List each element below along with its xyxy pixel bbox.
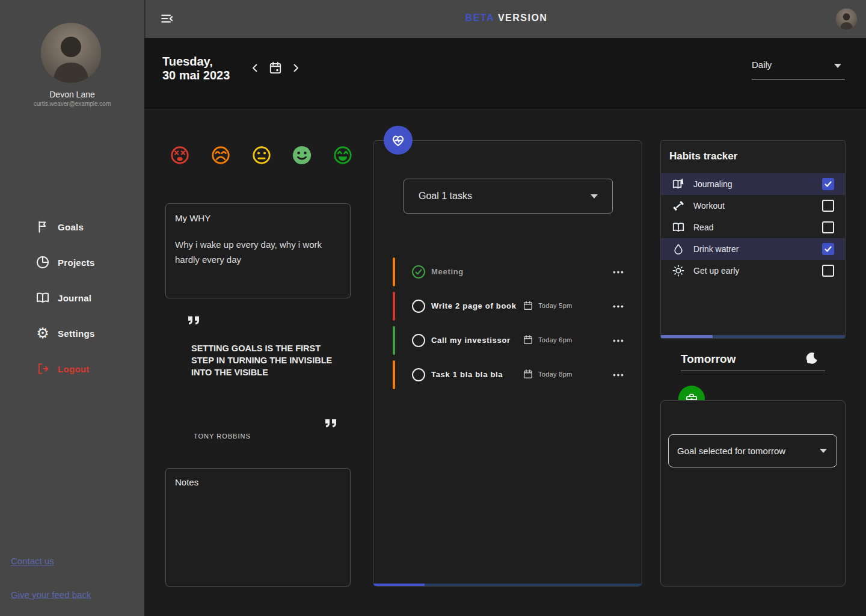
- mood-neutral-button[interactable]: [251, 145, 272, 165]
- calendar-icon: [523, 369, 533, 380]
- sidebar-item-journal[interactable]: Journal: [0, 285, 144, 311]
- date-value: 30 mai 2023: [162, 69, 230, 82]
- task-more-button[interactable]: [613, 301, 624, 310]
- check-icon: [824, 245, 832, 253]
- calendar-picker-button[interactable]: [268, 61, 283, 77]
- habit-row-drink-water[interactable]: Drink watrer: [661, 238, 845, 260]
- tomorrow-goal-select-value: Goal selected for tomorrow: [669, 446, 785, 456]
- sidebar-item-label: Projects: [58, 257, 95, 268]
- sidebar-item-settings[interactable]: ⚙ Settings: [0, 320, 144, 346]
- task-more-button[interactable]: [613, 266, 624, 276]
- habit-row-journaling[interactable]: Journaling: [661, 173, 845, 195]
- task-priority-rail: [393, 257, 395, 286]
- task-label: Write 2 page of book: [431, 301, 517, 310]
- mood-awful-icon: [170, 145, 190, 165]
- quote-author: TONY ROBBINS: [194, 433, 251, 440]
- task-due-text: Today 8pm: [538, 371, 573, 378]
- chevron-down-icon: [820, 449, 827, 453]
- task-due: Today 6pm: [523, 334, 573, 345]
- task-row[interactable]: Meeting: [393, 257, 627, 286]
- mood-great-icon: [333, 145, 353, 165]
- mood-bad-icon: [210, 145, 231, 165]
- quote-text: SETTING GOALS IS THE FIRST STEP IN TURNI…: [191, 342, 340, 378]
- task-row[interactable]: Write 2 page of book Today 5pm: [393, 292, 627, 321]
- mood-good-button[interactable]: [292, 145, 312, 165]
- pie-chart-icon: [35, 254, 51, 270]
- calendar-icon: [523, 334, 533, 345]
- task-label: Task 1 bla bla bla: [431, 370, 503, 379]
- habit-row-get-up-early[interactable]: Get up early: [661, 260, 845, 282]
- habit-checkbox[interactable]: [822, 200, 834, 212]
- task-status-circle[interactable]: [412, 265, 425, 279]
- task-more-button[interactable]: [613, 335, 624, 344]
- task-status-circle[interactable]: [412, 300, 425, 313]
- tasks-panel: Goal 1 tasks Meeting Write 2 page of boo…: [373, 140, 642, 587]
- task-row[interactable]: Call my investissor Today 6pm: [393, 326, 627, 355]
- prev-day-button[interactable]: [250, 63, 260, 75]
- sidebar-item-projects[interactable]: Projects: [0, 249, 144, 276]
- habit-label: Read: [693, 223, 713, 232]
- task-status-circle[interactable]: [412, 368, 425, 381]
- task-row[interactable]: Task 1 bla bla bla Today 8pm: [393, 360, 627, 389]
- habit-checkbox[interactable]: [822, 221, 834, 233]
- tomorrow-goal-select[interactable]: Goal selected for tomorrow: [668, 434, 837, 467]
- sidebar-item-logout[interactable]: Logout: [0, 356, 144, 382]
- topbar-avatar[interactable]: [836, 8, 857, 29]
- app-window: Devon Lane curtis.weaver@example.com Goa…: [0, 0, 866, 616]
- flag-icon: [35, 219, 51, 235]
- quote-open-icon: [188, 316, 200, 328]
- my-why-card[interactable]: My WHY Why i wake up every day, why i wo…: [165, 203, 351, 298]
- contact-us-link[interactable]: Contact us: [11, 556, 54, 566]
- goal-tasks-select-value: Goal 1 tasks: [404, 191, 472, 202]
- habit-label: Get up early: [693, 266, 739, 276]
- next-day-button[interactable]: [291, 63, 301, 75]
- habits-progress-bar: [661, 335, 845, 338]
- habits-progress-fill: [661, 335, 713, 338]
- sidebar-item-label: Goals: [58, 222, 84, 232]
- journal-icon: [672, 177, 685, 191]
- user-name: Devon Lane: [0, 90, 144, 99]
- title-version: VERSION: [498, 13, 548, 23]
- title-beta: BETA: [465, 13, 494, 23]
- date-weekday: Tuesday,: [162, 55, 213, 69]
- habit-row-workout[interactable]: Workout: [661, 195, 845, 217]
- task-priority-rail: [393, 292, 395, 321]
- habit-label: Workout: [693, 201, 725, 211]
- mood-great-button[interactable]: [333, 145, 353, 165]
- my-why-body: Why i wake up every day, why i work hard…: [175, 238, 341, 268]
- sidebar: Devon Lane curtis.weaver@example.com Goa…: [0, 0, 144, 616]
- task-due-text: Today 6pm: [538, 336, 573, 343]
- sidebar-item-label: Logout: [58, 364, 90, 374]
- ellipsis-icon: [613, 339, 624, 342]
- goal-tasks-select[interactable]: Goal 1 tasks: [404, 179, 613, 214]
- quote-close-icon: [325, 419, 337, 431]
- habit-checkbox[interactable]: [822, 265, 834, 277]
- task-priority-rail: [393, 360, 395, 389]
- task-more-button[interactable]: [613, 369, 624, 378]
- mood-selector: [170, 145, 353, 165]
- health-badge[interactable]: [384, 126, 413, 155]
- dumbbell-icon: [672, 199, 685, 212]
- sidebar-item-label: Settings: [58, 328, 95, 339]
- task-due: Today 8pm: [523, 369, 573, 380]
- chevron-down-icon: [591, 194, 598, 199]
- period-select-value: Daily: [752, 60, 772, 70]
- task-status-circle[interactable]: [412, 334, 425, 347]
- feedback-link[interactable]: Give your feed back: [11, 590, 91, 600]
- ellipsis-icon: [613, 305, 624, 308]
- mood-bad-button[interactable]: [210, 145, 231, 165]
- check-icon: [414, 268, 423, 276]
- period-select[interactable]: Daily: [752, 60, 845, 79]
- water-drop-icon: [672, 242, 685, 256]
- avatar-image: [836, 8, 857, 29]
- habit-checkbox[interactable]: [822, 178, 834, 190]
- task-priority-rail: [393, 326, 395, 355]
- sidebar-item-goals[interactable]: Goals: [0, 214, 144, 240]
- topbar: BETA VERSION: [144, 0, 866, 38]
- notes-input[interactable]: [166, 469, 350, 586]
- habit-row-read[interactable]: Read: [661, 217, 845, 238]
- habit-label: Drink watrer: [693, 244, 739, 254]
- mood-awful-button[interactable]: [170, 145, 190, 165]
- habit-checkbox[interactable]: [822, 243, 834, 255]
- chevron-left-icon: [250, 63, 260, 73]
